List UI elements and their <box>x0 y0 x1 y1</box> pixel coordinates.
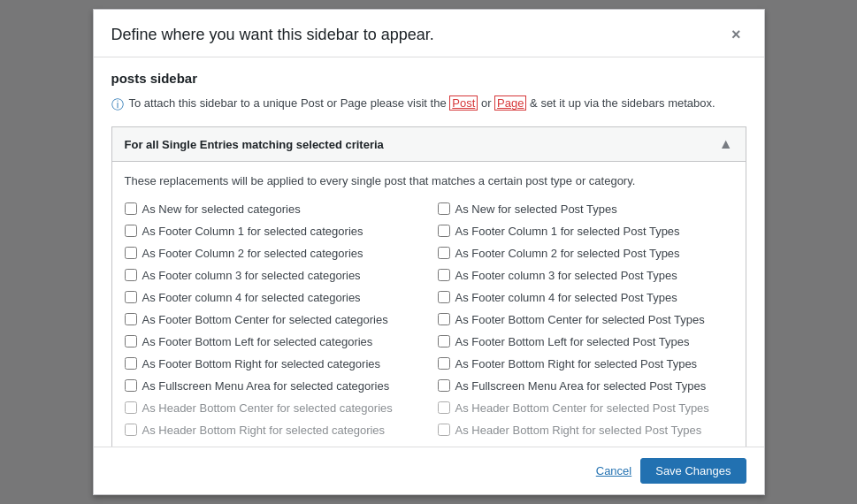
checkbox-right-3[interactable] <box>438 269 450 281</box>
checkbox-item-right-5: As Footer Bottom Center for selected Pos… <box>438 311 733 328</box>
checkbox-grid: As New for selected categoriesAs New for… <box>125 201 733 439</box>
close-button[interactable]: × <box>726 23 746 46</box>
checkbox-item-right-0: As New for selected Post Types <box>438 201 733 218</box>
checkbox-right-6[interactable] <box>438 335 450 347</box>
checkbox-right-8[interactable] <box>438 379 450 392</box>
accordion-content: These replacements will be applied to ev… <box>112 162 746 447</box>
checkbox-item-right-3: As Footer column 3 for selected Post Typ… <box>438 267 733 284</box>
checkbox-left-4[interactable] <box>125 291 137 303</box>
checkbox-item-left-1: As Footer Column 1 for selected categori… <box>125 223 420 240</box>
modal-header: Define where you want this sidebar to ap… <box>94 10 764 57</box>
checkbox-right-2[interactable] <box>438 247 450 259</box>
checkbox-right-1[interactable] <box>438 225 450 237</box>
info-box: ⓘ To attach this sidebar to a unique Pos… <box>111 95 746 114</box>
checkbox-item-right-7: As Footer Bottom Right for selected Post… <box>438 355 733 372</box>
info-text: To attach this sidebar to a unique Post … <box>129 95 715 112</box>
accordion-arrow-icon: ▲ <box>719 136 733 152</box>
checkbox-left-1[interactable] <box>125 225 137 237</box>
checkbox-right-5[interactable] <box>438 313 450 325</box>
accordion-section: For all Single Entries matching selected… <box>111 126 746 447</box>
checkbox-item-right-10: As Header Bottom Right for selected Post… <box>438 422 733 439</box>
checkbox-item-right-8: As Fullscreen Menu Area for selected Pos… <box>438 378 733 394</box>
checkbox-left-0[interactable] <box>125 202 137 215</box>
checkbox-item-left-9: As Header Bottom Center for selected cat… <box>125 400 420 416</box>
checkbox-left-10[interactable] <box>125 424 137 436</box>
accordion-description: These replacements will be applied to ev… <box>125 172 733 190</box>
checkbox-item-left-7: As Footer Bottom Right for selected cate… <box>125 355 420 372</box>
modal-dialog: Define where you want this sidebar to ap… <box>93 9 765 495</box>
checkbox-item-right-6: As Footer Bottom Left for selected Post … <box>438 333 733 350</box>
checkbox-left-9[interactable] <box>125 401 137 414</box>
checkbox-item-right-1: As Footer Column 1 for selected Post Typ… <box>438 223 733 240</box>
modal-title: Define where you want this sidebar to ap… <box>111 26 434 44</box>
checkbox-item-left-0: As New for selected categories <box>125 201 420 218</box>
checkbox-right-4[interactable] <box>438 291 450 303</box>
post-link[interactable]: Post <box>449 95 478 111</box>
cancel-button[interactable]: Cancel <box>596 461 631 481</box>
modal-footer: Cancel Save Changes <box>94 447 764 494</box>
checkbox-item-left-10: As Header Bottom Right for selected cate… <box>125 422 420 439</box>
checkbox-item-left-8: As Fullscreen Menu Area for selected cat… <box>125 378 420 394</box>
checkbox-item-left-3: As Footer column 3 for selected categori… <box>125 267 420 284</box>
checkbox-right-9[interactable] <box>438 401 450 414</box>
checkbox-left-8[interactable] <box>125 379 137 392</box>
checkbox-left-3[interactable] <box>125 269 137 281</box>
checkbox-item-right-9: As Header Bottom Center for selected Pos… <box>438 400 733 416</box>
checkbox-right-10[interactable] <box>438 424 450 436</box>
checkbox-item-right-2: As Footer Column 2 for selected Post Typ… <box>438 245 733 262</box>
accordion-header[interactable]: For all Single Entries matching selected… <box>112 127 746 162</box>
accordion-title: For all Single Entries matching selected… <box>125 138 384 151</box>
checkbox-left-5[interactable] <box>125 313 137 325</box>
checkbox-item-left-5: As Footer Bottom Center for selected cat… <box>125 311 420 328</box>
page-link[interactable]: Page <box>494 95 526 111</box>
checkbox-left-2[interactable] <box>125 247 137 259</box>
checkbox-right-7[interactable] <box>438 357 450 370</box>
checkbox-left-6[interactable] <box>125 335 137 347</box>
info-icon: ⓘ <box>111 95 124 114</box>
checkbox-item-left-4: As Footer column 4 for selected categori… <box>125 289 420 306</box>
checkbox-right-0[interactable] <box>438 202 450 215</box>
checkbox-item-left-2: As Footer Column 2 for selected categori… <box>125 245 420 262</box>
checkbox-item-left-6: As Footer Bottom Left for selected categ… <box>125 333 420 350</box>
save-button[interactable]: Save Changes <box>640 458 746 484</box>
sidebar-name: posts sidebar <box>111 71 746 86</box>
modal-body: posts sidebar ⓘ To attach this sidebar t… <box>94 57 764 447</box>
checkbox-item-right-4: As Footer column 4 for selected Post Typ… <box>438 289 733 306</box>
checkbox-left-7[interactable] <box>125 357 137 370</box>
